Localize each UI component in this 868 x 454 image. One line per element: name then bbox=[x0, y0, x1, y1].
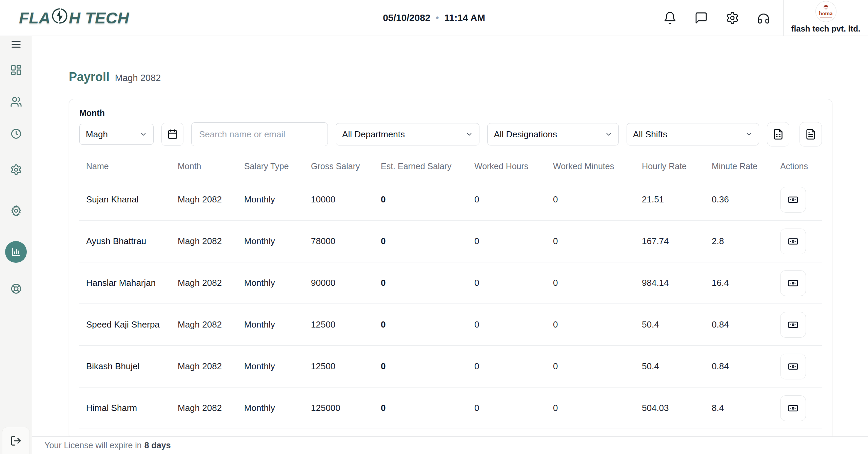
menu-icon[interactable] bbox=[8, 37, 23, 52]
cell-month: Magh 2082 bbox=[171, 361, 237, 372]
page-subtitle: Magh 2082 bbox=[115, 73, 161, 83]
sidebar bbox=[0, 36, 32, 454]
clock-icon bbox=[10, 128, 22, 140]
designations-select-value: All Designations bbox=[494, 129, 557, 140]
cell-name: Bikash Bhujel bbox=[79, 361, 171, 372]
cell-minute-rate: 0.84 bbox=[705, 319, 773, 330]
headphones-icon[interactable] bbox=[757, 11, 770, 25]
dashboard-icon bbox=[10, 64, 22, 76]
sidebar-item-payroll-active[interactable] bbox=[5, 241, 27, 263]
bell-icon[interactable] bbox=[663, 11, 677, 25]
month-select-value: Magh bbox=[86, 129, 108, 140]
cell-worked-minutes: 0 bbox=[546, 278, 635, 288]
export-spreadsheet-button[interactable] bbox=[767, 122, 789, 146]
cell-hourly-rate: 50.4 bbox=[635, 361, 705, 372]
cell-gross-salary: 12500 bbox=[304, 319, 374, 330]
cell-hourly-rate: 167.74 bbox=[635, 236, 705, 246]
cell-name: Hanslar Maharjan bbox=[79, 278, 171, 288]
payslip-action-button[interactable] bbox=[780, 354, 806, 379]
cell-minute-rate: 0.36 bbox=[705, 194, 773, 205]
header-date: 05/10/2082 bbox=[383, 13, 430, 23]
sidebar-item-employees[interactable] bbox=[8, 94, 23, 109]
month-select[interactable]: Magh bbox=[79, 124, 154, 145]
chevron-down-icon bbox=[605, 131, 612, 138]
cell-worked-hours: 0 bbox=[468, 194, 546, 205]
logout-icon bbox=[10, 435, 22, 447]
cell-hourly-rate: 504.03 bbox=[635, 403, 705, 413]
flash-tech-logo: FLA H TECH bbox=[19, 7, 129, 28]
sidebar-item-attendance[interactable] bbox=[8, 126, 23, 141]
cell-salary-type: Monthly bbox=[237, 194, 304, 205]
datetime-separator: • bbox=[436, 13, 439, 23]
month-label: Month bbox=[79, 108, 822, 118]
cell-salary-type: Monthly bbox=[237, 361, 304, 372]
payslip-action-button[interactable] bbox=[780, 312, 806, 338]
designations-select[interactable]: All Designations bbox=[487, 123, 618, 145]
cell-hourly-rate: 984.14 bbox=[635, 278, 705, 288]
cell-worked-minutes: 0 bbox=[546, 319, 635, 330]
cell-hourly-rate: 50.4 bbox=[635, 319, 705, 330]
table-body: Sujan Khanal Magh 2082 Monthly 10000 0 0… bbox=[79, 179, 822, 429]
payroll-card: Month Magh All Departments Al bbox=[69, 99, 832, 440]
message-icon[interactable] bbox=[694, 11, 708, 25]
banknote-icon bbox=[788, 403, 798, 414]
table-row: Bikash Bhujel Magh 2082 Monthly 12500 0 … bbox=[79, 346, 822, 388]
column-header-salary-type: Salary Type bbox=[237, 161, 304, 171]
brand-text-left: FLA bbox=[19, 8, 51, 27]
payslip-action-button[interactable] bbox=[780, 270, 806, 296]
sidebar-item-support[interactable] bbox=[8, 281, 23, 296]
cell-worked-minutes: 0 bbox=[546, 236, 635, 246]
departments-select[interactable]: All Departments bbox=[336, 123, 479, 145]
top-header: FLA H TECH 05/10/2082 • 11:14 AM bbox=[0, 0, 868, 36]
column-header-gross-salary: Gross Salary bbox=[304, 161, 374, 171]
cell-gross-salary: 12500 bbox=[304, 361, 374, 372]
payslip-action-button[interactable] bbox=[780, 187, 806, 213]
banknote-icon bbox=[788, 278, 798, 289]
cell-est-earned-salary: 0 bbox=[374, 278, 468, 288]
sidebar-item-settings[interactable] bbox=[8, 162, 23, 177]
chevron-down-icon bbox=[745, 131, 753, 138]
cell-name: Ayush Bhattrau bbox=[79, 236, 171, 246]
page-title: Payroll bbox=[69, 70, 110, 84]
cell-salary-type: Monthly bbox=[237, 319, 304, 330]
banknote-icon bbox=[788, 319, 798, 330]
company-panel: homa flash tech pvt. ltd. bbox=[783, 0, 868, 36]
cell-worked-minutes: 0 bbox=[546, 194, 635, 205]
cell-salary-type: Monthly bbox=[237, 236, 304, 246]
cell-month: Magh 2082 bbox=[171, 194, 237, 205]
company-avatar[interactable]: homa bbox=[815, 1, 836, 22]
cell-worked-minutes: 0 bbox=[546, 361, 635, 372]
export-document-button[interactable] bbox=[800, 122, 822, 146]
payslip-action-button[interactable] bbox=[780, 229, 806, 254]
cell-month: Magh 2082 bbox=[171, 403, 237, 413]
main-content: Payroll Magh 2082 Month Magh All Departm… bbox=[32, 36, 868, 454]
homa-face-icon bbox=[822, 5, 830, 11]
cell-hourly-rate: 21.51 bbox=[635, 194, 705, 205]
logout-button[interactable] bbox=[2, 427, 30, 454]
license-bar: Your License will expire in 8 days bbox=[32, 436, 868, 454]
cell-name: Himal Sharm bbox=[79, 403, 171, 413]
gear-icon[interactable] bbox=[726, 11, 739, 25]
search-input[interactable] bbox=[191, 122, 328, 146]
cell-month: Magh 2082 bbox=[171, 319, 237, 330]
sidebar-item-configuration[interactable] bbox=[8, 203, 23, 218]
table-row: Sujan Khanal Magh 2082 Monthly 10000 0 0… bbox=[79, 179, 822, 221]
column-header-hourly-rate: Hourly Rate bbox=[635, 161, 705, 171]
cell-est-earned-salary: 0 bbox=[374, 361, 468, 372]
calendar-icon bbox=[167, 129, 178, 140]
bar-chart-icon bbox=[11, 246, 21, 257]
cell-worked-hours: 0 bbox=[468, 319, 546, 330]
cell-est-earned-salary: 0 bbox=[374, 319, 468, 330]
calendar-button[interactable] bbox=[161, 123, 183, 146]
cell-gross-salary: 90000 bbox=[304, 278, 374, 288]
cell-gross-salary: 10000 bbox=[304, 194, 374, 205]
homa-tagline-rule bbox=[820, 17, 832, 18]
shifts-select[interactable]: All Shifts bbox=[627, 123, 759, 145]
cell-est-earned-salary: 0 bbox=[374, 403, 468, 413]
sidebar-item-dashboard[interactable] bbox=[8, 62, 23, 77]
payslip-action-button[interactable] bbox=[780, 395, 806, 421]
header-action-icons bbox=[663, 11, 770, 25]
shifts-select-value: All Shifts bbox=[633, 129, 667, 140]
column-header-worked-minutes: Worked Minutes bbox=[546, 161, 635, 171]
export-buttons bbox=[767, 122, 822, 146]
